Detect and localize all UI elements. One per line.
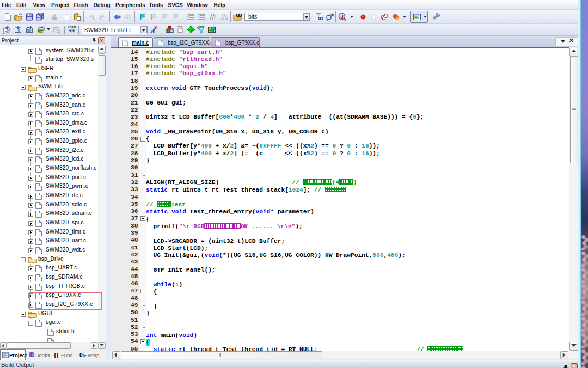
svg-text:d: d [340,13,344,19]
svg-text:?: ? [32,354,34,357]
svg-text:LOAD: LOAD [68,26,76,29]
